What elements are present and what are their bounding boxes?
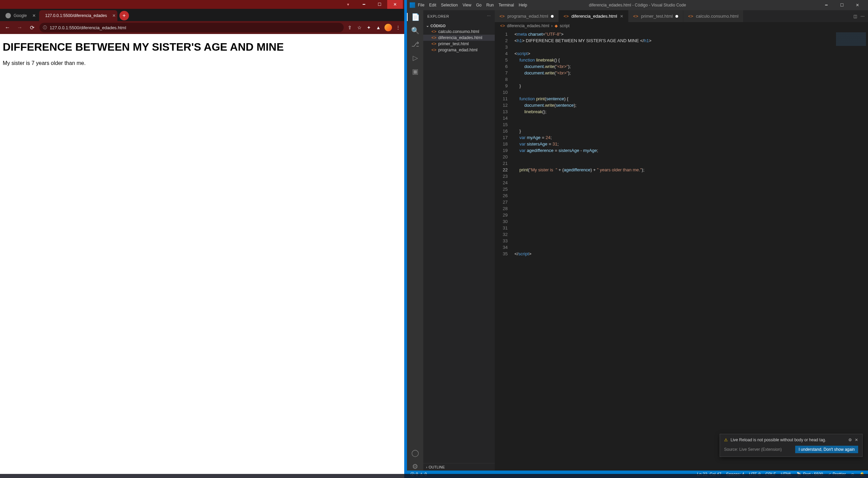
chevron-right-icon: › [426,465,427,469]
editor-tab[interactable]: <>primer_test.html [628,10,683,22]
browser-titlebar[interactable]: ▾ ━ ☐ ✕ [0,0,404,9]
file-name: calculo.consumo.html [438,29,479,34]
tab-label: primer_test.html [641,14,673,19]
modified-dot-icon [551,15,554,18]
google-favicon-icon [5,13,11,18]
file-item[interactable]: <>diferencia_edades.html [423,35,495,41]
close-button[interactable]: ✕ [387,0,403,9]
line-gutter: 1234567891011121314151617181920212223242… [495,30,512,471]
page-paragraph: My sister is 7 years older than me. [3,60,402,66]
browser-tab-google[interactable]: Google ✕ [2,10,39,21]
minimap[interactable] [834,30,868,471]
bookmark-icon[interactable]: ☆ [356,24,363,31]
close-tab-icon[interactable]: ✕ [32,13,36,18]
new-tab-button[interactable]: + [119,11,129,20]
chevron-down-icon: ⌄ [426,23,429,28]
code-editor[interactable]: 1234567891011121314151617181920212223242… [495,30,868,471]
html-file-icon: <> [431,48,436,52]
settings-gear-icon[interactable]: ⚙ [411,462,419,471]
folder-root[interactable]: ⌄ CÓDIGO [423,23,495,29]
breadcrumb-separator: › [551,23,553,28]
toast-source: Source: Live Server (Extension) [724,447,782,452]
tab-label: calculo.consumo.html [696,14,738,19]
toast-close-icon[interactable]: ✕ [855,438,858,442]
source-control-activity-icon[interactable]: ⎇ [411,40,419,48]
toast-action-button[interactable]: I understand, Don't show again [795,446,858,453]
forward-button[interactable]: → [15,23,24,32]
page-heading: DIFFERENCE BETWEEN MY SISTER'S AGE AND M… [3,41,402,53]
browser-tab-localhost[interactable]: 127.0.0.1:5500/diferencia_edades ✕ [39,10,117,21]
minimize-button[interactable]: ━ [356,0,372,9]
share-icon[interactable]: ⇪ [346,24,353,31]
extensions-icon[interactable]: ✦ [365,24,372,31]
html-file-icon: <> [431,41,436,46]
split-editor-icon[interactable]: ◫ [853,14,857,19]
html-file-icon: <> [563,14,569,19]
accounts-icon[interactable]: ◯ [411,449,419,457]
menu-file[interactable]: File [418,3,424,7]
explorer-label: EXPLORER [427,14,449,18]
file-item[interactable]: <>calculo.consumo.html [423,29,495,35]
extension2-icon[interactable]: ▲ [375,24,382,31]
editor-tabs: <>programa_edad.html<>diferencia_edades.… [495,10,868,22]
maximize-button[interactable]: ☐ [834,0,850,10]
reload-button[interactable]: ⟳ [27,23,37,32]
breadcrumb-file[interactable]: diferencia_edades.html [507,23,549,28]
minimize-button[interactable]: ━ [818,0,834,10]
run-debug-activity-icon[interactable]: ▷ [411,54,419,62]
code-content[interactable]: <meta charset="UTF-8"><h1> DIFFERENCE BE… [512,30,834,471]
browser-addressbar: ← → ⟳ ⓘ 127.0.0.1:5500/diferencia_edades… [0,21,404,34]
window-snap-divider[interactable] [404,0,407,478]
close-tab-icon[interactable]: ✕ [112,13,116,18]
breadcrumbs[interactable]: <> diferencia_edades.html › ◆ script [495,22,868,30]
browser-toolbar-icons: ⇪ ☆ ✦ ▲ ⋮ [346,24,402,31]
windows-taskbar[interactable] [0,474,868,478]
html-file-icon: <> [633,14,638,19]
vscode-titlebar[interactable]: FileEditSelectionViewGoRunTerminalHelp d… [407,0,868,10]
menu-help[interactable]: Help [519,3,527,7]
search-activity-icon[interactable]: 🔍 [411,27,419,35]
toast-gear-icon[interactable]: ⚙ [848,438,852,442]
outline-section[interactable]: › OUTLINE [423,463,495,471]
editor-area: <>programa_edad.html<>diferencia_edades.… [495,10,868,471]
html-file-icon: <> [688,14,693,19]
maximize-button[interactable]: ☐ [372,0,387,9]
browser-window-controls: ▾ ━ ☐ ✕ [340,0,403,9]
menu-icon[interactable]: ⋮ [395,24,402,31]
explorer-more-icon[interactable]: ⋯ [487,14,491,18]
outline-label: OUTLINE [429,465,445,469]
html-file-icon: <> [499,14,505,19]
close-button[interactable]: ✕ [850,0,865,10]
site-info-icon[interactable]: ⓘ [43,25,47,31]
tab-label: diferencia_edades.html [571,14,617,19]
explorer-sidebar: EXPLORER ⋯ ⌄ CÓDIGO <>calculo.consumo.ht… [423,10,495,471]
folder-name: CÓDIGO [430,24,446,28]
profile-avatar[interactable] [384,24,392,31]
breadcrumb-symbol[interactable]: script [560,23,570,28]
toast-message: Live Reload is not possible without body… [731,438,826,442]
more-actions-icon[interactable]: ⋯ [861,14,865,19]
extensions-activity-icon[interactable]: ▣ [411,67,419,75]
menu-view[interactable]: View [462,3,471,7]
menu-go[interactable]: Go [476,3,481,7]
warning-icon: ⚠ [724,438,728,442]
menu-terminal[interactable]: Terminal [498,3,514,7]
editor-tab[interactable]: <>diferencia_edades.html✕ [559,10,628,22]
url-input[interactable]: ⓘ 127.0.0.1:5500/diferencia_edades.html [39,23,344,32]
browser-dropdown-icon[interactable]: ▾ [340,0,356,9]
editor-tab[interactable]: <>programa_edad.html [495,10,559,22]
menu-run[interactable]: Run [486,3,494,7]
menu-edit[interactable]: Edit [429,3,436,7]
vscode-menu: FileEditSelectionViewGoRunTerminalHelp [418,3,527,7]
close-tab-icon[interactable]: ✕ [620,14,623,19]
menu-selection[interactable]: Selection [441,3,458,7]
file-item[interactable]: <>primer_test.html [423,41,495,47]
explorer-header: EXPLORER ⋯ [423,10,495,22]
modified-dot-icon [675,15,678,18]
url-text: 127.0.0.1:5500/diferencia_edades.html [50,25,126,30]
editor-tab[interactable]: <>calculo.consumo.html [683,10,743,22]
file-item[interactable]: <>programa_edad.html [423,47,495,53]
back-button[interactable]: ← [3,23,12,32]
file-name: primer_test.html [438,41,469,46]
explorer-activity-icon[interactable]: 📄 [407,13,423,21]
